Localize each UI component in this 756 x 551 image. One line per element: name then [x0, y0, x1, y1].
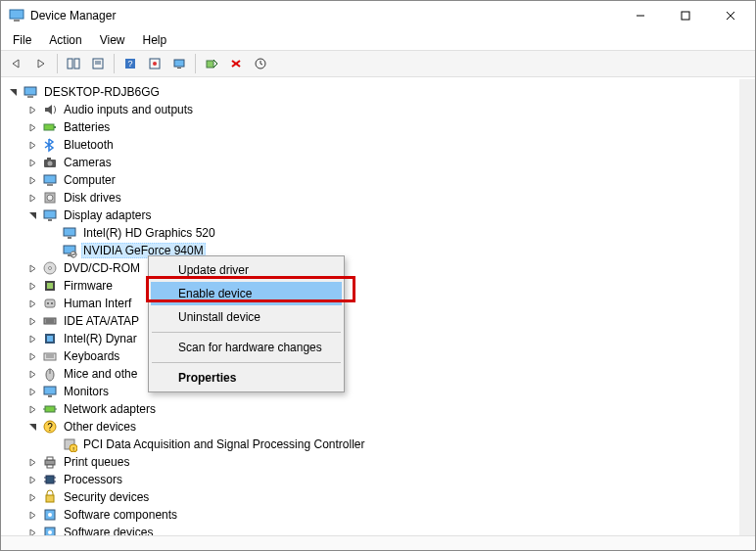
context-menu-item[interactable]: Uninstall device	[151, 305, 342, 329]
expand-icon[interactable]	[26, 262, 38, 274]
svg-rect-44	[45, 299, 55, 307]
device-category[interactable]: Firmware	[24, 277, 739, 295]
event-button[interactable]	[143, 53, 166, 74]
node-label: Human Interf	[62, 297, 133, 310]
menu-file[interactable]: File	[5, 31, 39, 49]
device-category[interactable]: DESKTOP-RDJB6GG	[5, 83, 739, 101]
expand-icon[interactable]	[26, 192, 38, 204]
expand-icon[interactable]	[26, 298, 38, 309]
device-category[interactable]: Intel(R) Dynar	[24, 330, 739, 347]
node-label: Software components	[62, 508, 179, 522]
svg-rect-1	[14, 20, 20, 22]
toolbar: ?	[1, 50, 755, 77]
monitor-button[interactable]	[167, 53, 191, 74]
svg-point-77	[48, 513, 52, 517]
expand-icon[interactable]	[26, 527, 38, 535]
menubar: File Action View Help	[1, 30, 755, 50]
device-category[interactable]: Computer	[24, 171, 739, 189]
menu-action[interactable]: Action	[41, 31, 89, 49]
properties-button[interactable]	[86, 53, 110, 74]
expand-icon[interactable]	[26, 333, 38, 344]
expand-icon[interactable]	[26, 456, 38, 468]
node-label: PCI Data Acquisition and Signal Processi…	[81, 437, 366, 451]
expand-icon[interactable]	[26, 403, 38, 415]
update-driver-button[interactable]	[249, 53, 272, 74]
svg-rect-27	[47, 158, 51, 160]
menu-view[interactable]: View	[92, 31, 133, 49]
device-category[interactable]: Software devices	[24, 524, 739, 535]
expand-icon[interactable]	[26, 139, 38, 151]
svg-rect-75	[46, 495, 54, 502]
maximize-button[interactable]	[663, 1, 708, 30]
expand-icon[interactable]	[26, 509, 38, 521]
close-button[interactable]	[708, 1, 753, 30]
menu-help[interactable]: Help	[135, 31, 175, 49]
device-category[interactable]: Audio inputs and outputs	[24, 101, 739, 118]
context-menu-item[interactable]: Update driver	[151, 258, 342, 282]
expand-icon[interactable]	[26, 121, 38, 133]
help-button[interactable]: ?	[118, 53, 142, 74]
show-hide-console-button[interactable]	[62, 53, 85, 74]
expand-icon[interactable]	[26, 280, 38, 292]
device-category[interactable]: IDE ATA/ATAP	[24, 312, 739, 330]
context-menu-item[interactable]: Properties	[151, 366, 342, 390]
expand-icon[interactable]	[26, 174, 38, 186]
device-category[interactable]: Human Interf	[24, 295, 739, 312]
device-category[interactable]: Bluetooth	[24, 136, 739, 154]
device-category[interactable]: DVD/CD-ROM	[24, 259, 739, 277]
device-category[interactable]: Batteries	[24, 118, 739, 136]
device-category[interactable]: Mice and othe	[24, 365, 739, 383]
node-label: Intel(R) HD Graphics 520	[81, 226, 217, 240]
node-label: Keyboards	[62, 349, 121, 363]
hid-icon	[42, 296, 58, 311]
collapse-icon	[7, 86, 19, 98]
device-category[interactable]: Disk drives	[24, 189, 739, 207]
back-button[interactable]	[5, 53, 28, 74]
device-category[interactable]: Security devices	[24, 488, 739, 506]
minimize-button[interactable]	[618, 1, 663, 30]
device-category[interactable]: Processors	[24, 471, 739, 488]
expand-icon[interactable]	[26, 474, 38, 485]
device-tree[interactable]: DESKTOP-RDJB6GGAudio inputs and outputsB…	[1, 79, 755, 535]
device-category[interactable]: Software components	[24, 506, 739, 524]
collapse-icon[interactable]	[26, 421, 38, 433]
firmware-icon	[42, 278, 58, 294]
svg-rect-15	[174, 60, 184, 67]
device-category[interactable]: Network adapters	[24, 400, 739, 418]
expand-icon[interactable]	[26, 491, 38, 503]
device-category[interactable]: Print queues	[24, 453, 739, 471]
expand-icon[interactable]	[26, 368, 38, 380]
other-icon: ?	[42, 419, 58, 435]
svg-text:?: ?	[47, 422, 53, 433]
expand-icon[interactable]	[26, 386, 38, 397]
context-menu-separator	[152, 362, 341, 363]
uninstall-button[interactable]	[224, 53, 248, 74]
svg-rect-3	[682, 12, 689, 20]
node-label: Print queues	[62, 455, 131, 469]
expand-icon[interactable]	[26, 315, 38, 327]
svg-rect-69	[47, 465, 53, 468]
device-item[interactable]: Intel(R) HD Graphics 520	[44, 224, 739, 242]
expand-icon[interactable]	[26, 157, 38, 168]
svg-rect-24	[54, 126, 56, 128]
collapse-icon[interactable]	[26, 209, 38, 221]
svg-rect-33	[48, 219, 52, 221]
expand-icon[interactable]	[26, 104, 38, 115]
scan-hardware-button[interactable]	[200, 53, 223, 74]
device-item[interactable]: !PCI Data Acquisition and Signal Process…	[44, 436, 739, 453]
device-category[interactable]: Keyboards	[24, 347, 739, 365]
expand-icon[interactable]	[26, 350, 38, 362]
svg-rect-7	[74, 59, 79, 69]
svg-rect-68	[47, 457, 53, 460]
context-menu-item[interactable]: Enable device	[151, 282, 342, 305]
device-category[interactable]: Monitors	[24, 383, 739, 400]
device-category[interactable]: Cameras	[24, 154, 739, 171]
context-menu-item[interactable]: Scan for hardware changes	[151, 336, 342, 359]
svg-point-26	[48, 161, 53, 166]
computer-icon	[23, 84, 38, 100]
device-category[interactable]: Display adapters	[24, 207, 739, 224]
forward-button[interactable]	[29, 53, 53, 74]
ide-icon	[42, 313, 58, 329]
toolbar-separator	[114, 54, 115, 73]
device-category[interactable]: ?Other devices	[24, 418, 739, 436]
